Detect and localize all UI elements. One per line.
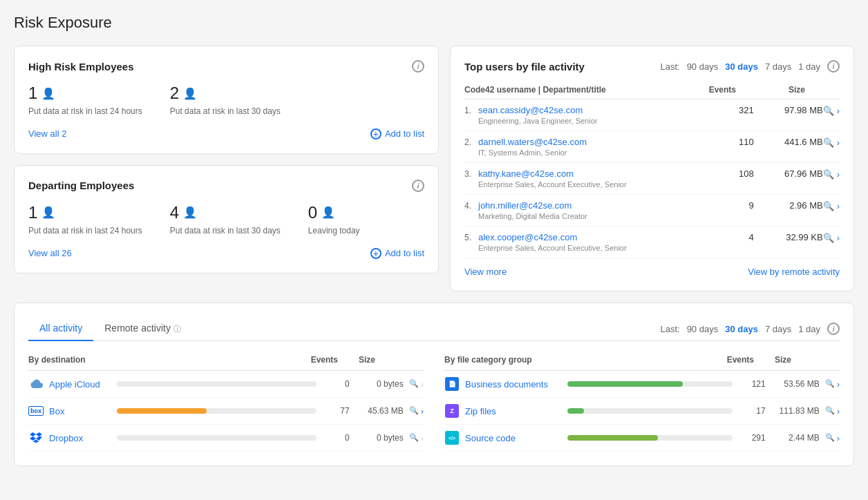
cat-name-source-code[interactable]: Source code (465, 433, 562, 443)
chevron-right-box[interactable]: › (421, 406, 424, 416)
departing-info-icon[interactable]: i (412, 180, 424, 192)
user-actions-2: 🔍 › (823, 137, 840, 148)
view-by-remote-link[interactable]: View by remote activity (748, 267, 840, 277)
table-row: 1. sean.cassidy@c42se.com Engineering, J… (464, 99, 840, 131)
search-icon-icloud[interactable]: 🔍 (409, 379, 419, 390)
user-dept-2: IT, Systems Admin, Senior (478, 148, 699, 157)
tab-remote-activity[interactable]: Remote activity ⓘ (93, 317, 192, 341)
cat-row-business-docs: 📄 Business documents 121 53.56 MB 🔍 › (444, 371, 840, 398)
zip-icon: Z (444, 403, 460, 419)
chevron-right-icon-5[interactable]: › (837, 233, 840, 243)
search-icon-dropbox[interactable]: 🔍 (409, 433, 419, 443)
person-icon-2: 👤 (183, 87, 197, 100)
search-icon-4[interactable]: 🔍 (823, 201, 834, 211)
user-size-4: 2.96 MB (754, 200, 823, 211)
departing-title: Departing Employees (28, 180, 134, 191)
search-icon-box[interactable]: 🔍 (409, 406, 419, 416)
table-row: 3. kathy.kane@c42se.com Enterprise Sales… (464, 163, 840, 195)
search-icon-business-docs[interactable]: 🔍 (825, 379, 835, 390)
user-email-1[interactable]: sean.cassidy@c42se.com (478, 105, 699, 115)
box-icon: box (28, 403, 44, 419)
departing-count-24h: 1 (28, 203, 37, 222)
bottom-7d[interactable]: 7 days (765, 324, 791, 334)
dest-bar-dropbox (117, 435, 317, 441)
top-users-30d[interactable]: 30 days (725, 61, 758, 72)
top-users-1d[interactable]: 1 day (798, 61, 820, 72)
by-file-category-header: By file category group Events Size (444, 352, 840, 371)
high-risk-add-to-list[interactable]: + Add to list (370, 128, 424, 140)
user-email-4[interactable]: john.miller@c42se.com (478, 200, 699, 211)
cat-bar-fill-source-code (567, 435, 658, 441)
cat-name-business-docs[interactable]: Business documents (465, 379, 562, 390)
dest-row-box: box Box 77 45.63 MB 🔍 › (28, 398, 424, 425)
dest-row-icloud: Apple iCloud 0 0 bytes 🔍 › (28, 371, 424, 398)
top-users-90d[interactable]: 90 days (687, 61, 719, 72)
dest-bar-icloud (117, 381, 317, 387)
chevron-right-icon-3[interactable]: › (837, 169, 840, 180)
dest-size-dropbox: 0 bytes (355, 433, 404, 443)
dest-actions-box: 🔍 › (409, 406, 424, 416)
dest-name-box[interactable]: Box (49, 406, 111, 416)
departing-view-all[interactable]: View all 26 (28, 248, 72, 258)
user-email-3[interactable]: kathy.kane@c42se.com (478, 169, 699, 179)
bottom-last-label: Last: (660, 324, 679, 334)
dest-events-icloud: 0 (322, 379, 350, 389)
cat-row-source-code: </> Source code 291 2.44 MB 🔍 › (444, 425, 840, 452)
chevron-right-icon-1[interactable]: › (837, 106, 840, 116)
table-row: 4. john.miller@c42se.com Marketing, Digi… (464, 195, 840, 227)
top-users-info-icon[interactable]: i (827, 60, 840, 73)
cat-size-source-code: 2.44 MB (771, 433, 820, 443)
bottom-30d[interactable]: 30 days (725, 324, 758, 334)
search-icon-zip[interactable]: 🔍 (825, 406, 835, 416)
page-title: Risk Exposure (14, 14, 854, 32)
departing-add-to-list[interactable]: + Add to list (370, 248, 424, 259)
top-users-time-filter-row: Last: 90 days 30 days 7 days 1 day (660, 61, 820, 72)
dest-name-icloud[interactable]: Apple iCloud (49, 379, 111, 390)
tabs-row: All activity Remote activity ⓘ Last: 90 … (28, 317, 840, 341)
user-dept-4: Marketing, Digital Media Creator (478, 212, 699, 220)
user-events-1: 321 (699, 105, 754, 115)
cat-events-zip: 17 (738, 406, 766, 416)
top-users-card: Top users by file activity Last: 90 days… (450, 46, 854, 291)
dest-name-dropbox[interactable]: Dropbox (49, 433, 111, 443)
search-icon-source-code[interactable]: 🔍 (825, 433, 835, 443)
search-icon-1[interactable]: 🔍 (823, 106, 834, 116)
search-icon-2[interactable]: 🔍 (823, 137, 834, 148)
by-destination-header: By destination Events Size (28, 352, 424, 371)
search-icon-5[interactable]: 🔍 (823, 233, 834, 243)
user-actions-1: 🔍 › (823, 105, 840, 116)
top-users-7d[interactable]: 7 days (765, 61, 791, 72)
cat-bar-fill-zip (567, 408, 584, 414)
chevron-right-icloud[interactable]: › (421, 379, 424, 390)
chevron-right-dropbox[interactable]: › (421, 433, 424, 443)
cat-events-business-docs: 121 (738, 379, 766, 389)
top-users-col-headers: Code42 username | Department/title Event… (464, 81, 840, 99)
cat-bar-source-code (567, 435, 733, 441)
chevron-right-icon-4[interactable]: › (837, 201, 840, 211)
bottom-1d[interactable]: 1 day (798, 324, 820, 334)
chevron-right-icon-2[interactable]: › (837, 137, 840, 148)
search-icon-3[interactable]: 🔍 (823, 169, 834, 180)
view-more-link[interactable]: View more (464, 267, 507, 277)
high-risk-view-all[interactable]: View all 2 (28, 128, 66, 139)
user-email-5[interactable]: alex.cooper@c42se.com (478, 232, 699, 242)
user-email-2[interactable]: darnell.waters@c42se.com (478, 137, 699, 147)
dest-row-dropbox: Dropbox 0 0 bytes 🔍 › (28, 425, 424, 452)
departing-desc-24h: Put data at risk in last 24 hours (28, 225, 142, 237)
cat-name-zip[interactable]: Zip files (465, 406, 562, 416)
dest-bar-fill-box (117, 408, 207, 414)
col-header-size: Size (736, 85, 805, 95)
remote-activity-info-icon[interactable]: ⓘ (173, 325, 181, 333)
high-risk-stat-24h: 1 👤 Put data at risk in last 24 hours (28, 84, 142, 117)
dest-events-dropbox: 0 (322, 433, 350, 443)
cat-bar-business-docs (567, 381, 733, 387)
tab-all-activity[interactable]: All activity (28, 317, 93, 341)
chevron-right-zip[interactable]: › (837, 406, 840, 416)
bottom-info-icon[interactable]: i (827, 323, 840, 335)
cat-actions-zip: 🔍 › (825, 406, 840, 416)
chevron-right-business-docs[interactable]: › (837, 379, 840, 390)
bottom-90d[interactable]: 90 days (687, 324, 719, 334)
activity-tabs: All activity Remote activity ⓘ (28, 317, 192, 340)
high-risk-info-icon[interactable]: i (412, 60, 424, 73)
chevron-right-source-code[interactable]: › (837, 433, 840, 443)
